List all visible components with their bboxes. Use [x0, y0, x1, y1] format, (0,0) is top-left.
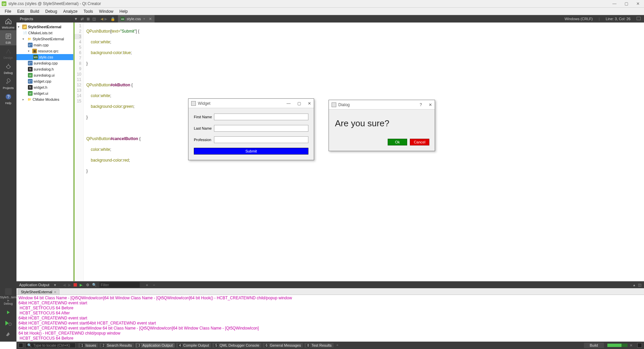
mode-debug[interactable]: Debug [0, 60, 16, 76]
menu-build[interactable]: Build [28, 8, 42, 14]
filter-icon[interactable]: ▼ [74, 17, 78, 21]
ok-button[interactable]: Ok [388, 139, 407, 145]
maximize-button[interactable]: ▢ [625, 1, 628, 6]
output-body[interactable]: Window 64 bit Class Name - [Qt5QWindowIc… [16, 295, 644, 342]
link-icon[interactable]: ⇄ [80, 17, 84, 21]
css-file-icon: ws [121, 17, 125, 21]
editor-tab-style[interactable]: ws style.css ▼ ✕ [118, 15, 155, 23]
add-icon[interactable]: ⊞ [86, 17, 90, 21]
pane-issues[interactable]: 1Issues [78, 343, 98, 348]
maximize-button[interactable]: ▢ [297, 101, 301, 106]
tree-cmakelists[interactable]: 📄CMakeLists.txt [16, 30, 73, 36]
sidebar-toggle-icon[interactable] [18, 343, 23, 348]
tree-qrc[interactable]: ▾▦resource.qrc [16, 48, 73, 54]
tree-cmake-modules[interactable]: ▸📁CMake Modules [16, 96, 73, 102]
tree-widget-ui[interactable]: uiwidget.ui [16, 90, 73, 96]
pane-search[interactable]: 2Search Results [99, 343, 134, 348]
mode-edit[interactable]: Edit [0, 30, 16, 45]
code-editor[interactable]: 123456789101112131415 QPushButton[text="… [74, 23, 644, 281]
profession-input[interactable] [214, 136, 308, 143]
tree-widget-h[interactable]: hwidget.h [16, 84, 73, 90]
run-debug-button[interactable] [0, 318, 16, 328]
build-button[interactable]: Build [584, 343, 604, 348]
split-icon[interactable]: ◫ [92, 17, 96, 21]
tab-close-icon[interactable]: ✕ [54, 290, 56, 294]
submit-button[interactable]: Submit [194, 148, 308, 155]
remove-output-icon[interactable]: － [152, 282, 156, 288]
close-button[interactable]: ✕ [429, 102, 432, 107]
close-button[interactable]: ✕ [636, 1, 640, 6]
project-icon: 📁 [22, 25, 27, 29]
pane-tests[interactable]: 8Test Results [304, 343, 334, 348]
menu-debug[interactable]: Debug [43, 8, 60, 14]
progress-close-icon[interactable]: ✕ [630, 343, 633, 348]
next-icon[interactable]: ▶ [68, 283, 71, 287]
css-file-icon: ws [33, 55, 38, 59]
encoding-label[interactable]: Windows (CRLF) [564, 17, 593, 21]
tree-suredialog-h[interactable]: hsuredialog.h [16, 66, 73, 72]
rerun-icon[interactable]: ▶. [80, 283, 83, 287]
locator-input[interactable]: 🔍 Type to locate (Ctrl+K) [25, 343, 76, 348]
pane-general[interactable]: 6General Messages [263, 343, 303, 348]
dialog-titlebar[interactable]: Dialog ? ✕ [329, 100, 435, 110]
bug-icon [4, 62, 13, 71]
maximize-output-icon[interactable]: ◫ [638, 283, 641, 287]
tab-close-icon[interactable]: ✕ [149, 17, 152, 21]
mode-help[interactable]: ? Help [0, 91, 16, 106]
right-sidebar-toggle-icon[interactable] [637, 343, 642, 348]
pane-app-output[interactable]: 3Application Output [135, 343, 175, 348]
minimize-button[interactable]: — [612, 1, 616, 6]
tab-dropdown-icon[interactable]: ▼ [143, 17, 145, 20]
monitor-icon [5, 288, 12, 295]
split-view-icon[interactable] [637, 17, 641, 20]
tree-main-cpp[interactable]: c⁺main.cpp [16, 42, 73, 48]
cursor-position[interactable]: Line: 3, Col: 26 [606, 17, 631, 21]
first-name-input[interactable] [214, 114, 308, 120]
mode-projects[interactable]: Projects [0, 76, 16, 91]
output-filter-input[interactable] [99, 282, 140, 288]
menu-window[interactable]: Window [96, 8, 116, 14]
separator: | [599, 17, 600, 21]
tree-suredialog-cpp[interactable]: c⁺suredialog.cpp [16, 60, 73, 66]
last-name-input[interactable] [214, 125, 308, 132]
tree-style-css[interactable]: wsstyle.css [16, 54, 73, 60]
menu-help[interactable]: Help [117, 8, 131, 14]
tree-widget-cpp[interactable]: c⁺widget.cpp [16, 78, 73, 84]
nav-fwd-icon[interactable]: ▶ [104, 17, 107, 21]
code-content[interactable]: QPushButton[text="Submit"] { color:white… [84, 23, 644, 281]
lock-icon[interactable]: 🔒 [109, 17, 117, 21]
kit-config: Debug [0, 302, 16, 305]
tree-suredialog-ui[interactable]: uisuredialog.ui [16, 72, 73, 78]
pane-compile[interactable]: 4Compile Output [176, 343, 211, 348]
project-tree[interactable]: ▾📁StyleSheetExternal 📄CMakeLists.txt ▾📁S… [16, 23, 74, 281]
output-dropdown-icon[interactable]: ▾ [54, 283, 56, 287]
close-button[interactable]: ✕ [308, 101, 311, 106]
prev-icon[interactable]: ◀ [63, 283, 66, 287]
nav-back-icon[interactable]: ◀ [100, 17, 103, 21]
menu-file[interactable]: File [2, 8, 14, 14]
panes-more-icon[interactable]: ÷ [335, 343, 340, 348]
tree-root[interactable]: ▾📁StyleSheetExternal [16, 24, 73, 30]
run-button[interactable] [0, 307, 16, 317]
stop-icon[interactable] [74, 283, 77, 287]
menu-tools[interactable]: Tools [81, 8, 96, 14]
menu-bar: File Edit Build Debug Analyze Tools Wind… [0, 8, 644, 15]
menu-edit[interactable]: Edit [14, 8, 27, 14]
help-button[interactable]: ? [420, 102, 422, 107]
collapse-icon[interactable]: ▴ [633, 283, 635, 287]
cancel-button[interactable]: Cancel [410, 139, 429, 145]
add-output-icon[interactable]: ＋ [145, 282, 149, 288]
output-tab-stylesheet[interactable]: StyleSheetExternal ✕ [18, 289, 59, 295]
widget-titlebar[interactable]: Widget — ▢ ✕ [188, 99, 314, 108]
mode-welcome[interactable]: Welcome [0, 15, 16, 30]
minimize-button[interactable]: — [287, 101, 291, 106]
edit-icon [4, 32, 13, 40]
build-button[interactable] [0, 329, 16, 339]
profession-label: Profession [194, 138, 214, 142]
kit-selector[interactable]: StyleS...ternal ▶ Debug [0, 287, 16, 307]
settings-icon[interactable]: ⚙ [86, 283, 89, 287]
pane-qml[interactable]: 5QML Debugger Console [212, 343, 261, 348]
mode-welcome-label: Welcome [2, 26, 14, 29]
tree-sub[interactable]: ▾📁StyleSheetExternal [16, 36, 73, 42]
menu-analyze[interactable]: Analyze [60, 8, 80, 14]
